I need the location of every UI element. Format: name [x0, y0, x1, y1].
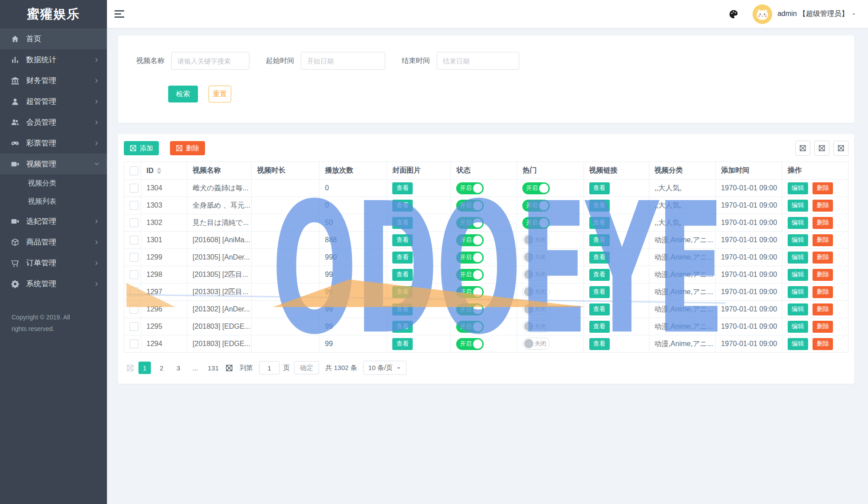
sort-icon[interactable]	[157, 167, 162, 174]
start-date-input[interactable]	[301, 52, 385, 70]
toggle-on[interactable]: 开启	[522, 217, 550, 229]
toggle-off[interactable]: 关闭	[522, 338, 550, 350]
theme-palette-icon[interactable]	[729, 9, 738, 19]
view-link-button[interactable]: 查看	[589, 303, 610, 315]
edit-button[interactable]: 编辑	[788, 321, 808, 333]
edit-button[interactable]: 编辑	[788, 338, 808, 350]
toggle-off[interactable]: 关闭	[522, 303, 550, 315]
view-link-button[interactable]: 查看	[589, 200, 610, 212]
toggle-on[interactable]: 开启	[456, 217, 484, 229]
delete-row-button[interactable]: 删除	[813, 269, 833, 281]
next-page-button[interactable]	[223, 362, 235, 374]
sidebar-item-system[interactable]: 系统管理	[0, 273, 107, 294]
page-number-2[interactable]: 2	[155, 362, 168, 374]
toggle-on[interactable]: 开启	[456, 269, 484, 281]
view-link-button[interactable]: 查看	[589, 234, 610, 246]
sidebar-item-video[interactable]: 视频管理	[0, 154, 107, 174]
view-cover-button[interactable]: 查看	[392, 286, 413, 298]
delete-row-button[interactable]: 删除	[813, 182, 833, 194]
sidebar-item-members[interactable]: 会员管理	[0, 112, 107, 133]
hamburger-menu-icon[interactable]	[114, 8, 124, 20]
row-checkbox[interactable]	[130, 201, 138, 210]
toggle-on[interactable]: 开启	[456, 338, 484, 350]
edit-button[interactable]: 编辑	[788, 252, 808, 264]
edit-button[interactable]: 编辑	[788, 303, 808, 315]
sidebar-item-finance[interactable]: 财务管理	[0, 70, 107, 91]
sidebar-item-goods[interactable]: 商品管理	[0, 232, 107, 252]
delete-row-button[interactable]: 删除	[813, 286, 833, 298]
row-checkbox[interactable]	[130, 236, 138, 244]
page-number-1[interactable]: 1	[138, 362, 151, 374]
sidebar-item-superadmin[interactable]: 超管管理	[0, 91, 107, 112]
view-link-button[interactable]: 查看	[589, 321, 610, 333]
toggle-on[interactable]: 开启	[456, 252, 484, 264]
view-link-button[interactable]: 查看	[589, 182, 610, 194]
per-page-select[interactable]: 10 条/页	[363, 361, 406, 375]
toggle-on[interactable]: 开启	[522, 200, 550, 212]
add-button[interactable]: 添加	[124, 141, 159, 155]
table-tool-button-3[interactable]	[833, 141, 848, 156]
toggle-off[interactable]: 关闭	[522, 268, 550, 280]
delete-row-button[interactable]: 删除	[813, 200, 833, 212]
admin-caret-down-icon[interactable]	[851, 11, 857, 17]
view-cover-button[interactable]: 查看	[392, 303, 413, 315]
goto-page-input[interactable]	[259, 361, 280, 374]
edit-button[interactable]: 编辑	[788, 182, 808, 194]
row-checkbox[interactable]	[130, 270, 138, 279]
view-link-button[interactable]: 查看	[589, 286, 610, 298]
delete-row-button[interactable]: 删除	[813, 338, 833, 350]
view-link-button[interactable]: 查看	[589, 338, 610, 350]
sidebar-item-lottery[interactable]: 彩票管理	[0, 133, 107, 154]
page-number-3[interactable]: 3	[172, 362, 185, 374]
sidebar-subitem-video-list[interactable]: 视频列表	[0, 193, 107, 211]
edit-button[interactable]: 编辑	[788, 200, 808, 212]
view-cover-button[interactable]: 查看	[392, 217, 413, 229]
row-checkbox[interactable]	[130, 184, 138, 193]
sidebar-subitem-video-category[interactable]: 视频分类	[0, 174, 107, 193]
delete-button[interactable]: 删除	[170, 141, 205, 155]
view-cover-button[interactable]: 查看	[392, 234, 413, 246]
delete-row-button[interactable]: 删除	[813, 234, 833, 246]
delete-row-button[interactable]: 删除	[813, 252, 833, 264]
edit-button[interactable]: 编辑	[788, 286, 808, 298]
toggle-off[interactable]: 关闭	[522, 234, 550, 246]
video-name-input[interactable]	[171, 52, 249, 70]
view-cover-button[interactable]: 查看	[392, 269, 413, 281]
select-all-checkbox[interactable]	[130, 166, 138, 175]
sidebar-item-stats[interactable]: 数据统计	[0, 49, 107, 70]
toggle-on[interactable]: 开启	[456, 234, 484, 246]
delete-row-button[interactable]: 删除	[813, 303, 833, 315]
toggle-off[interactable]: 关闭	[522, 251, 550, 263]
admin-account-label[interactable]: admin 【超级管理员】	[777, 9, 848, 19]
reset-button[interactable]: 重置	[209, 86, 231, 102]
row-checkbox[interactable]	[130, 322, 138, 331]
view-cover-button[interactable]: 查看	[392, 200, 413, 212]
delete-row-button[interactable]: 删除	[813, 217, 833, 229]
toggle-on[interactable]: 开启	[456, 200, 484, 212]
edit-button[interactable]: 编辑	[788, 217, 808, 229]
row-checkbox[interactable]	[130, 305, 138, 314]
edit-button[interactable]: 编辑	[788, 234, 808, 246]
row-checkbox[interactable]	[130, 253, 138, 262]
toggle-on[interactable]: 开启	[456, 321, 484, 333]
toggle-on[interactable]: 开启	[456, 182, 484, 194]
edit-button[interactable]: 编辑	[788, 269, 808, 281]
avatar[interactable]	[753, 4, 772, 24]
sidebar-item-orders[interactable]: 订单管理	[0, 252, 107, 273]
toggle-on[interactable]: 开启	[456, 286, 484, 298]
view-link-button[interactable]: 查看	[589, 269, 610, 281]
view-link-button[interactable]: 查看	[589, 252, 610, 264]
sidebar-item-consort[interactable]: 选妃管理	[0, 211, 107, 232]
table-tool-button-1[interactable]	[795, 141, 810, 156]
row-checkbox[interactable]	[130, 287, 138, 296]
prev-page-button[interactable]	[124, 362, 136, 374]
view-cover-button[interactable]: 查看	[392, 182, 413, 194]
toggle-off[interactable]: 关闭	[522, 286, 550, 298]
toggle-on[interactable]: 开启	[456, 303, 484, 315]
delete-row-button[interactable]: 删除	[813, 321, 833, 333]
toggle-on[interactable]: 开启	[522, 182, 550, 194]
view-cover-button[interactable]: 查看	[392, 252, 413, 264]
table-tool-button-2[interactable]	[814, 141, 829, 156]
view-link-button[interactable]: 查看	[589, 217, 610, 229]
search-button[interactable]: 检索	[168, 86, 198, 102]
